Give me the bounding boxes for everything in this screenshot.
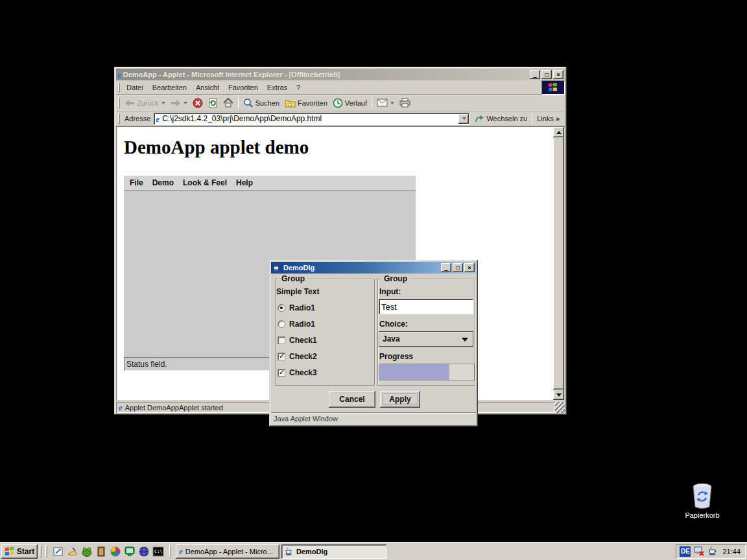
task-button-demodlg[interactable]: DemoDlg [281, 544, 386, 559]
start-label: Start [17, 547, 34, 556]
clock: 21:44 [721, 548, 741, 555]
applet-menu-lookfeel[interactable]: Look & Feel [178, 178, 231, 187]
menu-datei[interactable]: Datei [122, 80, 148, 94]
menu-hilfe[interactable]: ? [292, 80, 305, 94]
go-arrow-icon [475, 115, 484, 123]
demodlg-window: DemoDlg _ □ × Group Simple Text Radio1 R… [269, 260, 478, 426]
back-arrow-icon [124, 99, 135, 107]
radio-row[interactable]: Radio1 [278, 320, 315, 329]
scroll-up-button[interactable] [553, 127, 564, 137]
start-button[interactable]: Start [1, 544, 38, 559]
scroll-down-button[interactable] [553, 390, 564, 400]
forward-dropdown-icon[interactable] [184, 102, 187, 104]
input-field[interactable] [379, 299, 473, 314]
taskbar-gripper[interactable] [169, 545, 171, 557]
ie-status-icon: e [119, 403, 123, 412]
quicklaunch-globe-icon[interactable] [137, 544, 151, 559]
demodlg-titlebar[interactable]: DemoDlg _ □ × [271, 262, 476, 274]
history-button[interactable]: Verlauf [330, 96, 370, 110]
maximize-button[interactable]: □ [541, 70, 552, 79]
offline-network-icon[interactable] [694, 546, 705, 557]
cancel-label: Cancel [339, 395, 364, 404]
recycle-bin-icon[interactable]: Papierkorb [681, 482, 724, 519]
favorites-button[interactable]: Favoriten [282, 96, 330, 110]
quicklaunch-command-prompt-icon[interactable]: C:\ [151, 544, 165, 559]
search-icon [243, 98, 254, 108]
quicklaunch-green-monitor-icon[interactable] [123, 544, 137, 559]
refresh-button[interactable] [206, 96, 220, 110]
toolbar-gripper[interactable] [118, 97, 120, 109]
check-row[interactable]: Check2 [278, 352, 317, 361]
menu-ansicht[interactable]: Ansicht [191, 80, 224, 94]
recycle-bin-label: Papierkorb [685, 511, 719, 519]
check1-icon[interactable] [278, 336, 285, 344]
menu-extras[interactable]: Extras [263, 80, 292, 94]
simple-text-label: Simple Text [276, 287, 319, 296]
demodlg-content: Group Simple Text Radio1 Radio1 Check1 C… [271, 274, 476, 412]
applet-menubar: File Demo Look & Feel Help [124, 176, 416, 191]
scrollbar-thumb[interactable] [553, 137, 564, 390]
task-button-demoapp[interactable]: e DemoApp - Applet - Micro... [176, 544, 279, 559]
radio-row[interactable]: Radio1 [278, 303, 315, 312]
go-label: Wechseln zu [486, 115, 527, 122]
resize-grip[interactable] [555, 402, 565, 413]
language-indicator[interactable]: DE [680, 546, 691, 557]
address-input[interactable] [162, 114, 456, 124]
back-button[interactable]: Zurück [122, 96, 168, 110]
back-dropdown-icon[interactable] [161, 102, 165, 104]
minimize-button[interactable]: _ [530, 70, 540, 79]
dialog-maximize-button[interactable]: □ [453, 263, 463, 272]
apply-button[interactable]: Apply [380, 391, 420, 408]
addressbar-gripper[interactable] [118, 113, 120, 123]
browser-title: DemoApp - Applet - Microsoft Internet Ex… [123, 71, 528, 78]
quicklaunch-writing-hand-icon[interactable] [65, 544, 80, 559]
quicklaunch-frog-icon[interactable] [80, 544, 94, 559]
java-tray-icon[interactable] [708, 546, 718, 556]
close-button[interactable]: × [553, 70, 563, 79]
applet-menu-help[interactable]: Help [231, 178, 257, 187]
quicklaunch-book-icon[interactable] [94, 544, 108, 559]
taskbar-gripper[interactable] [45, 545, 47, 557]
dialog-minimize-button[interactable]: _ [441, 263, 451, 272]
menubar-gripper[interactable] [118, 82, 120, 92]
history-clock-icon [333, 98, 343, 108]
forward-button[interactable] [168, 96, 190, 110]
stop-button[interactable] [190, 96, 206, 110]
print-button[interactable] [397, 96, 413, 110]
address-field[interactable]: e [154, 113, 469, 125]
quicklaunch-color-wheel-icon[interactable] [108, 544, 123, 559]
browser-toolbar: Zurück [116, 95, 565, 111]
browser-titlebar[interactable]: e DemoApp - Applet - Microsoft Internet … [116, 69, 565, 80]
applet-menu-file[interactable]: File [125, 178, 148, 187]
check2-icon[interactable] [278, 353, 285, 360]
applet-menu-demo[interactable]: Demo [148, 178, 178, 187]
search-button[interactable]: Suchen [241, 96, 282, 110]
page-title: DemoApp applet demo [124, 137, 309, 158]
choice-combobox[interactable]: Java [379, 331, 473, 347]
taskbar: Start C:\ e DemoApp - App [0, 542, 747, 560]
cancel-button[interactable]: Cancel [329, 391, 375, 408]
check-row[interactable]: Check1 [278, 336, 317, 345]
addressbar-separator [532, 113, 532, 123]
vertical-scrollbar[interactable] [553, 127, 564, 400]
arrow-up-icon [556, 131, 562, 134]
toolbar-separator [372, 97, 372, 109]
quicklaunch-show-desktop-icon[interactable] [51, 544, 65, 559]
mail-dropdown-icon[interactable] [390, 102, 394, 104]
taskbar-gripper[interactable] [40, 545, 42, 557]
links-chevron-icon[interactable]: » [556, 115, 560, 122]
home-button[interactable] [220, 96, 236, 110]
ie-task-icon: e [179, 547, 183, 555]
links-button[interactable]: Links » [534, 111, 562, 126]
go-button[interactable]: Wechseln zu [472, 111, 530, 126]
address-dropdown-button[interactable] [458, 114, 469, 124]
check3-icon[interactable] [278, 369, 285, 377]
radio2-icon[interactable] [278, 320, 285, 328]
dialog-close-button[interactable]: × [464, 263, 475, 272]
radio1-selected-icon[interactable] [278, 304, 285, 312]
svg-text:C:\: C:\ [154, 549, 163, 554]
mail-button[interactable] [374, 96, 397, 110]
menu-favoriten[interactable]: Favoriten [224, 80, 263, 94]
menu-bearbeiten[interactable]: Bearbeiten [148, 80, 191, 94]
check-row[interactable]: Check3 [278, 368, 317, 377]
